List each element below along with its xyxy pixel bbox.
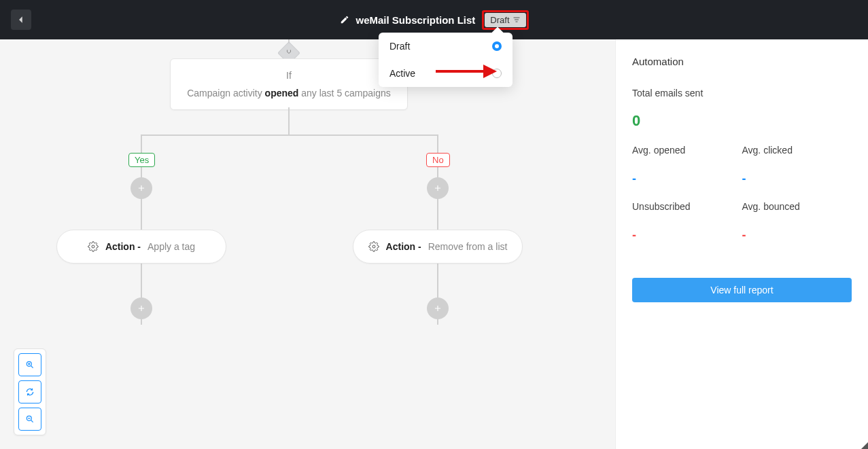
filter-icon bbox=[513, 16, 521, 24]
connector-line bbox=[288, 107, 290, 134]
radio-selected-icon bbox=[492, 41, 502, 51]
condition-if-label: If bbox=[179, 70, 399, 81]
stat-avg-opened-label: Avg. opened bbox=[632, 145, 742, 156]
status-option-active[interactable]: Active bbox=[379, 60, 513, 87]
arrow-left-icon bbox=[16, 15, 26, 24]
zoom-in-button[interactable] bbox=[18, 353, 41, 376]
branch-yes-tag: Yes bbox=[128, 153, 155, 167]
zoom-toolbar bbox=[14, 348, 46, 435]
status-dropdown-trigger[interactable]: Draft bbox=[485, 13, 525, 27]
svg-point-3 bbox=[372, 245, 375, 248]
stat-unsubscribed-label: Unsubscribed bbox=[632, 201, 742, 212]
total-emails-label: Total emails sent bbox=[632, 88, 852, 98]
connector-line bbox=[141, 134, 438, 136]
branch-no-tag: No bbox=[426, 153, 450, 167]
gear-icon bbox=[88, 241, 99, 252]
svg-point-2 bbox=[92, 245, 94, 248]
page-title: weMail Subscription List bbox=[355, 14, 475, 26]
stat-unsubscribed-value: - bbox=[632, 228, 742, 243]
pencil-icon[interactable] bbox=[339, 15, 349, 24]
branch-icon bbox=[285, 49, 293, 57]
status-label: Draft bbox=[490, 15, 509, 25]
condition-text: Campaign activity opened any last 5 camp… bbox=[179, 88, 399, 98]
gear-icon bbox=[368, 241, 379, 252]
zoom-out-icon bbox=[25, 414, 35, 424]
condition-card[interactable]: If Campaign activity opened any last 5 c… bbox=[170, 58, 408, 110]
status-option-label: Active bbox=[389, 68, 415, 79]
sidebar-heading: Automation bbox=[632, 56, 852, 67]
stat-avg-clicked-label: Avg. clicked bbox=[742, 145, 852, 156]
action-detail: Remove from a list bbox=[428, 241, 508, 252]
total-emails-value: 0 bbox=[632, 112, 852, 130]
zoom-out-button[interactable] bbox=[18, 408, 41, 431]
action-label: Action - bbox=[105, 241, 141, 252]
add-step-button[interactable] bbox=[427, 177, 449, 199]
action-card-yes[interactable]: Action - Apply a tag bbox=[56, 230, 226, 264]
action-label: Action - bbox=[386, 241, 421, 252]
view-full-report-button[interactable]: View full report bbox=[632, 278, 852, 302]
add-step-button[interactable] bbox=[427, 298, 449, 319]
zoom-in-icon bbox=[25, 360, 35, 370]
status-option-draft[interactable]: Draft bbox=[379, 33, 513, 60]
action-card-no[interactable]: Action - Remove from a list bbox=[353, 230, 523, 264]
back-button[interactable] bbox=[11, 10, 31, 30]
status-dropdown: Draft Active bbox=[379, 33, 513, 87]
radio-unselected-icon bbox=[492, 69, 502, 78]
add-step-button[interactable] bbox=[131, 177, 152, 199]
stat-avg-bounced-value: - bbox=[742, 228, 852, 243]
automation-sidebar: Automation Total emails sent 0 Avg. open… bbox=[615, 39, 868, 449]
status-highlight: Draft bbox=[482, 10, 528, 30]
resize-handle-icon[interactable] bbox=[861, 442, 868, 449]
stat-avg-bounced-label: Avg. bounced bbox=[742, 201, 852, 212]
stat-avg-opened-value: - bbox=[632, 172, 742, 186]
stat-avg-clicked-value: - bbox=[742, 172, 852, 186]
action-detail: Apply a tag bbox=[147, 241, 195, 252]
refresh-icon bbox=[25, 387, 35, 397]
add-step-button[interactable] bbox=[131, 298, 152, 319]
status-option-label: Draft bbox=[389, 41, 410, 52]
automation-canvas[interactable]: If Campaign activity opened any last 5 c… bbox=[0, 39, 615, 449]
zoom-reset-button[interactable] bbox=[18, 380, 41, 403]
